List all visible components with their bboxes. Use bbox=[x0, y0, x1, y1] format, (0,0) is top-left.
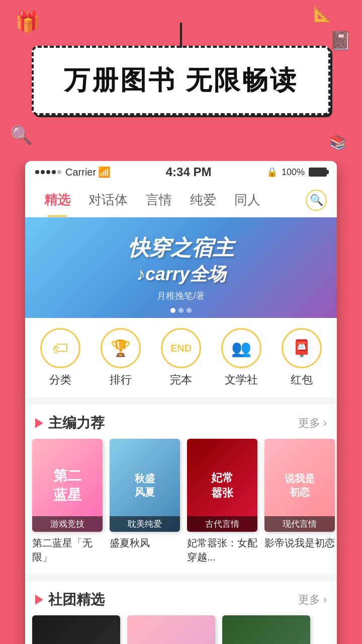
search-button[interactable]: 🔍 bbox=[306, 190, 327, 211]
book-tag-2: 古代言情 bbox=[187, 516, 257, 532]
book-tag-3: 现代言情 bbox=[264, 516, 335, 532]
social-book-item-2[interactable]: 飞花落衍 耽美纯爱 飞花落衍 bbox=[222, 615, 310, 644]
banner-title: 快穿之宿主 bbox=[128, 234, 234, 262]
book-cover-1: 秋盛风夏 耽美纯爱 bbox=[110, 439, 180, 532]
social-title: 社团精选 bbox=[48, 590, 105, 609]
status-right: 🔒 100% bbox=[266, 167, 327, 178]
fenlei-icon: 🏷 bbox=[40, 328, 80, 368]
banner-dot-1 bbox=[170, 308, 175, 313]
battery-icon bbox=[309, 168, 327, 177]
signal-dot-3 bbox=[46, 170, 50, 174]
wanben-icon: END bbox=[161, 328, 201, 368]
banner-dots bbox=[170, 308, 192, 313]
social-more-button[interactable]: 更多 › bbox=[298, 592, 327, 607]
wenxueshe-label: 文学社 bbox=[225, 372, 258, 387]
promo-sign: 万册图书 无限畅读 bbox=[32, 46, 330, 115]
social-book-item-1[interactable]: 谁比烟花 现代言情 谁比烟花更 bbox=[127, 615, 215, 644]
paihang-icon: 🏆 bbox=[101, 328, 141, 368]
battery-fill bbox=[310, 169, 326, 176]
deco-book-bottom: 📚 bbox=[329, 134, 347, 151]
signal-dot-1 bbox=[35, 170, 39, 174]
social-book-item-0[interactable]: 百年花店 轻小说 百年花店 bbox=[32, 615, 120, 644]
social-book-cover-0: 百年花店 轻小说 bbox=[32, 615, 120, 644]
banner-carry: ♪carry全场 bbox=[128, 262, 234, 287]
social-book-cover-2: 飞花落衍 耽美纯爱 bbox=[222, 615, 310, 644]
social-book-list: 百年花店 轻小说 百年花店 谁比烟花 现代言情 谁比烟花更 飞花落衍 耽美纯爱 … bbox=[25, 615, 337, 644]
banner-dot-3 bbox=[187, 308, 192, 313]
banner-dot-2 bbox=[178, 308, 184, 313]
book-cover-0: 第二蓝星 游戏竞技 bbox=[32, 439, 103, 532]
editor-title-wrap: 主编力荐 bbox=[35, 414, 105, 433]
social-book-cover-1: 谁比烟花 现代言情 bbox=[127, 615, 215, 644]
deco-gift: 🎁 bbox=[15, 10, 40, 34]
book-name-3: 影帝说我是初恋 bbox=[264, 536, 335, 550]
social-title-wrap: 社团精选 bbox=[35, 590, 105, 609]
category-wanben[interactable]: END 完本 bbox=[161, 328, 201, 387]
hongbao-label: 红包 bbox=[291, 372, 313, 387]
book-item-0[interactable]: 第二蓝星 游戏竞技 第二蓝星「无限」 bbox=[32, 439, 103, 564]
book-item-2[interactable]: 妃常嚣张 古代言情 妃常嚣张：女配穿越... bbox=[187, 439, 257, 564]
banner-content: 快穿之宿主 ♪carry全场 月稚挽笔/著 bbox=[128, 234, 234, 302]
category-hongbao[interactable]: 📮 红包 bbox=[282, 328, 322, 387]
book-name-0: 第二蓝星「无限」 bbox=[32, 536, 103, 564]
wenxueshe-icon: 👥 bbox=[221, 328, 261, 368]
status-left: Carrier 📶 bbox=[35, 166, 111, 178]
deco-glasses: 🔍 bbox=[10, 125, 33, 146]
signal-dot-5 bbox=[57, 170, 61, 174]
book-item-3[interactable]: 说我是初恋 现代言情 影帝说我是初恋 bbox=[264, 439, 335, 564]
status-time: 4:34 PM bbox=[166, 165, 212, 179]
editor-arrow-icon bbox=[35, 418, 43, 428]
book-tag-0: 游戏竞技 bbox=[32, 516, 103, 532]
social-arrow-icon bbox=[35, 595, 43, 605]
banner-author: 月稚挽笔/著 bbox=[128, 290, 234, 302]
book-cover-3: 说我是初恋 现代言情 bbox=[264, 439, 335, 532]
tab-chunai[interactable]: 纯爱 bbox=[181, 183, 225, 217]
editor-title: 主编力荐 bbox=[48, 414, 105, 433]
editor-section-header: 主编力荐 更多 › bbox=[25, 405, 337, 439]
editor-book-list: 第二蓝星 游戏竞技 第二蓝星「无限」 秋盛风夏 耽美纯爱 盛夏秋风 妃常嚣张 古… bbox=[25, 439, 337, 574]
wanben-label: 完本 bbox=[170, 372, 192, 387]
book-cover-2: 妃常嚣张 古代言情 bbox=[187, 439, 257, 532]
promo-text: 万册图书 无限畅读 bbox=[64, 63, 298, 98]
phone-frame: Carrier 📶 4:34 PM 🔒 100% 精选 对话体 言情 纯爱 同人… bbox=[25, 161, 337, 644]
book-tag-1: 耽美纯爱 bbox=[110, 516, 180, 532]
signal-dot-2 bbox=[41, 170, 45, 174]
tab-tongren[interactable]: 同人 bbox=[225, 183, 269, 217]
battery-percent: 100% bbox=[282, 167, 305, 178]
tab-yanqing[interactable]: 言情 bbox=[137, 183, 181, 217]
carrier-label: Carrier bbox=[65, 167, 96, 178]
social-section-header: 社团精选 更多 › bbox=[25, 581, 337, 615]
book-name-2: 妃常嚣张：女配穿越... bbox=[187, 536, 257, 564]
nav-tabs: 精选 对话体 言情 纯爱 同人 🔍 bbox=[25, 183, 337, 217]
category-wenxueshe[interactable]: 👥 文学社 bbox=[221, 328, 261, 387]
status-bar: Carrier 📶 4:34 PM 🔒 100% bbox=[25, 161, 337, 183]
paihang-label: 排行 bbox=[110, 372, 132, 387]
search-icon: 🔍 bbox=[310, 194, 323, 207]
deco-pencil: 📐 bbox=[313, 5, 332, 23]
tab-duihuati[interactable]: 对话体 bbox=[79, 183, 137, 217]
deco-book-right: 📓 bbox=[329, 30, 352, 51]
tab-jingxuan[interactable]: 精选 bbox=[35, 183, 79, 217]
editor-more-button[interactable]: 更多 › bbox=[298, 416, 327, 431]
fenlei-label: 分类 bbox=[49, 372, 71, 387]
book-name-1: 盛夏秋风 bbox=[110, 536, 180, 550]
hongbao-icon: 📮 bbox=[282, 328, 322, 368]
signal-dots bbox=[35, 170, 61, 174]
signal-dot-4 bbox=[52, 170, 56, 174]
category-paihang[interactable]: 🏆 排行 bbox=[101, 328, 141, 387]
wifi-icon: 📶 bbox=[98, 166, 111, 178]
banner[interactable]: 快穿之宿主 ♪carry全场 月稚挽笔/著 bbox=[25, 217, 337, 318]
book-item-1[interactable]: 秋盛风夏 耽美纯爱 盛夏秋风 bbox=[110, 439, 180, 564]
lock-icon: 🔒 bbox=[266, 167, 278, 178]
category-fenlei[interactable]: 🏷 分类 bbox=[40, 328, 80, 387]
categories: 🏷 分类 🏆 排行 END 完本 👥 文学社 📮 红包 bbox=[25, 318, 337, 397]
promo-area: 🎁 📐 📓 🔍 📚 万册图书 无限畅读 bbox=[0, 0, 362, 161]
